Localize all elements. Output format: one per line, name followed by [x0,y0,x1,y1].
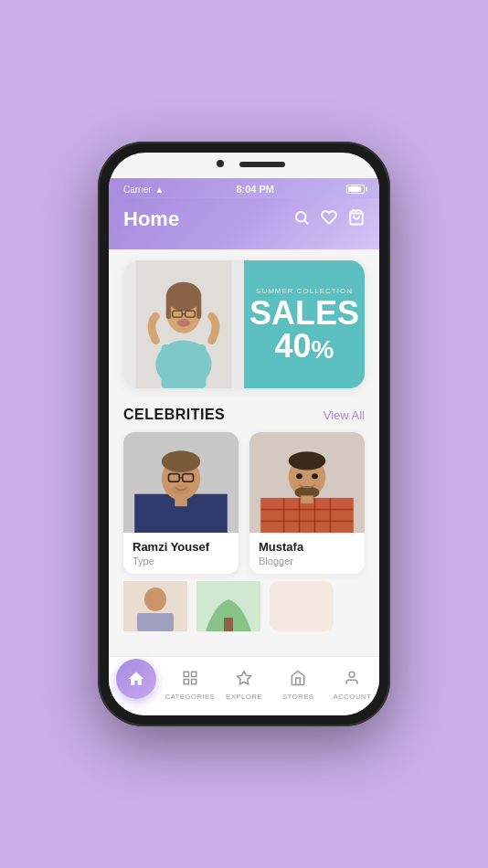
sales-banner[interactable]: summer collection SALES 40 % [123,260,365,388]
svg-rect-41 [137,613,174,631]
svg-rect-8 [196,296,201,319]
bottom-scroll-items [109,577,379,631]
search-icon[interactable] [293,209,310,230]
nav-home-wrapper [109,662,163,708]
svg-point-23 [172,485,190,494]
banner-section: summer collection SALES 40 % [109,249,379,399]
banner-percent: % [312,337,334,363]
banner-person-image [123,260,244,388]
svg-rect-24 [175,497,187,506]
celebrity-photo-2 [249,432,365,533]
carrier-label: Carrier [123,185,152,195]
battery-tip [366,187,367,192]
celebrities-title: CELEBRITIES [123,407,225,423]
nav-account-label: ACCOUNT [334,693,372,701]
nav-stores[interactable]: STORES [271,670,325,701]
account-icon [344,670,360,691]
scroll-item-1 [123,581,187,631]
status-right [346,185,365,194]
nav-explore[interactable]: EXPLORE [217,670,271,701]
celebrity-card-1[interactable]: Ramzi Yousef Type [123,432,239,574]
svg-point-49 [349,672,355,677]
view-all-button[interactable]: View All [324,408,365,422]
svg-rect-38 [301,495,313,503]
svg-point-37 [312,473,318,479]
celebrity-type-1: Type [133,556,229,566]
status-left: Carrier ▲ [123,185,164,195]
camera [217,160,224,167]
banner-discount: 40 [275,330,312,363]
nav-account[interactable]: ACCOUNT [325,670,379,701]
svg-point-6 [166,282,202,312]
categories-icon [182,670,198,691]
celebrities-grid: Ramzi Yousef Type [123,432,365,574]
svg-marker-48 [238,672,251,684]
nav-explore-label: EXPLORE [226,693,262,701]
svg-rect-43 [224,618,233,631]
celebrity-info-1: Ramzi Yousef Type [123,533,239,574]
svg-rect-47 [191,680,196,684]
celebrities-header: CELEBRITIES View All [123,407,365,423]
wifi-icon: ▲ [155,185,164,195]
explore-icon [236,670,252,691]
status-bar: Carrier ▲ 8:04 PM [109,178,379,198]
page-title: Home [123,207,179,231]
svg-rect-44 [184,672,188,676]
battery-icon [346,185,365,194]
bottom-nav: CATEGORIES EXPLORE STORES [109,656,379,715]
svg-point-34 [289,451,326,470]
svg-point-36 [296,473,302,479]
bag-icon[interactable] [348,209,365,230]
speaker [239,162,285,167]
scroll-item-3 [270,581,334,631]
scroll-content[interactable]: summer collection SALES 40 % CELEBRITIES… [109,249,379,656]
nav-stores-label: STORES [282,693,314,701]
celebrity-info-2: Mustafa Blogger [249,533,365,574]
celebrity-name-1: Ramzi Yousef [133,540,229,554]
celebrity-type-2: Blogger [259,556,355,566]
wishlist-icon[interactable] [321,209,337,230]
banner-text-area: summer collection SALES 40 % [244,260,365,388]
nav-categories[interactable]: CATEGORIES [163,670,217,701]
svg-rect-45 [191,672,196,676]
status-time: 8:04 PM [236,184,274,195]
svg-rect-15 [162,344,207,388]
svg-point-11 [177,319,190,327]
stores-icon [290,670,306,691]
phone-frame: Carrier ▲ 8:04 PM Home [98,142,390,726]
header-icons [293,209,365,230]
celebrity-photo-1 [123,432,239,533]
celebrities-section: CELEBRITIES View All [109,399,379,577]
celebrity-card-2[interactable]: Mustafa Blogger [249,432,365,574]
notch-bar [109,153,379,178]
battery-fill [348,186,361,192]
nav-categories-label: CATEGORIES [164,693,215,701]
svg-point-40 [144,587,166,611]
svg-rect-7 [166,296,171,319]
celebrity-name-2: Mustafa [259,540,355,554]
scroll-item-2 [196,581,260,631]
svg-rect-46 [184,680,188,684]
svg-line-1 [304,220,307,223]
svg-point-19 [162,450,200,472]
phone-screen: Carrier ▲ 8:04 PM Home [109,153,379,715]
banner-sale-label: SALES [249,297,359,330]
home-button[interactable] [116,659,156,699]
app-header: Home [109,198,379,249]
